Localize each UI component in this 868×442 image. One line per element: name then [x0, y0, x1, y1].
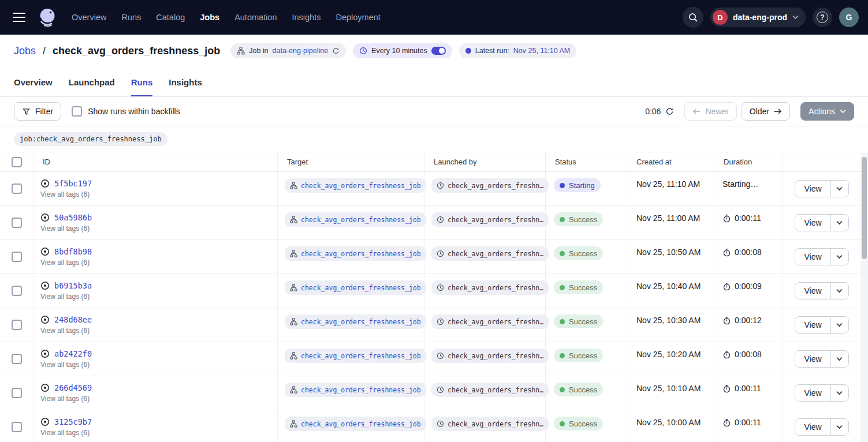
view-dropdown-button[interactable] [830, 215, 848, 231]
show-backfills-checkbox[interactable] [72, 106, 82, 117]
actions-button[interactable]: Actions [800, 102, 854, 121]
tab-runs[interactable]: Runs [131, 77, 153, 96]
nav-item-runs[interactable]: Runs [121, 13, 141, 22]
launched-by-tag[interactable]: check_avg_orders_freshn… [431, 246, 549, 261]
tab-launchpad[interactable]: Launchpad [69, 77, 115, 96]
view-split-button: View [795, 350, 848, 368]
view-button[interactable]: View [795, 215, 830, 231]
launched-by-tag[interactable]: check_avg_orders_freshn… [431, 417, 549, 431]
nav-item-overview[interactable]: Overview [72, 13, 106, 22]
launched-by-tag[interactable]: check_avg_orders_freshn… [431, 178, 549, 193]
tab-insights[interactable]: Insights [169, 77, 202, 96]
code-location-link[interactable]: data-eng-pipeline [273, 47, 329, 55]
reload-location-icon[interactable] [332, 47, 340, 55]
view-all-tags-link[interactable]: View all tags (6) [40, 361, 90, 369]
avatar[interactable]: G [839, 8, 859, 27]
help-button[interactable]: ? [813, 8, 832, 27]
view-button[interactable]: View [795, 181, 830, 197]
nav-item-catalog[interactable]: Catalog [156, 13, 185, 22]
latest-run-link[interactable]: Nov 25, 11:10 AM [513, 47, 570, 55]
run-id-link[interactable]: 8bdf8b98 [54, 247, 92, 256]
filter-button[interactable]: Filter [14, 102, 61, 121]
search-button[interactable] [683, 7, 703, 28]
view-all-tags-link[interactable]: View all tags (6) [40, 190, 90, 198]
target-tag[interactable]: check_avg_orders_freshness_job [285, 314, 426, 329]
view-dropdown-button[interactable] [830, 385, 848, 401]
nav-item-automation[interactable]: Automation [234, 13, 277, 22]
row-checkbox[interactable] [12, 354, 22, 364]
view-all-tags-link[interactable]: View all tags (6) [40, 259, 90, 267]
chevron-down-icon [836, 425, 843, 429]
view-dropdown-button[interactable] [830, 249, 848, 265]
schedule-badge: Every 10 minutes [353, 43, 452, 58]
run-id-link[interactable]: 50a5986b [54, 213, 92, 222]
job-filter-tag[interactable]: job:check_avg_orders_freshness_job [14, 132, 167, 146]
run-id-link[interactable]: b6915b3a [54, 281, 92, 290]
hamburger-menu-icon[interactable] [13, 13, 25, 22]
row-checkbox[interactable] [12, 218, 22, 228]
view-all-tags-link[interactable]: View all tags (6) [40, 395, 90, 403]
target-tag[interactable]: check_avg_orders_freshness_job [285, 178, 426, 193]
status-badge: Success [554, 417, 603, 430]
view-all-tags-link[interactable]: View all tags (6) [40, 224, 90, 233]
older-button[interactable]: Older [742, 102, 790, 121]
row-checkbox[interactable] [12, 320, 22, 330]
target-tag[interactable]: check_avg_orders_freshness_job [285, 383, 426, 397]
view-all-tags-link[interactable]: View all tags (6) [40, 293, 90, 301]
run-id-link[interactable]: ab2422f0 [54, 349, 92, 358]
newer-button[interactable]: Newer [684, 102, 736, 121]
dagster-logo-icon[interactable] [36, 6, 58, 28]
view-button[interactable]: View [795, 283, 830, 299]
run-id-link[interactable]: 3125c9b7 [54, 417, 92, 426]
launched-by-tag[interactable]: check_avg_orders_freshn… [431, 212, 549, 227]
run-id-link[interactable]: 248d68ee [54, 315, 92, 324]
view-button[interactable]: View [795, 419, 830, 435]
target-tag[interactable]: check_avg_orders_freshness_job [285, 417, 426, 431]
stopwatch-icon [722, 350, 731, 359]
run-id-link[interactable]: 5f5bc197 [54, 179, 92, 188]
deployment-switcher[interactable]: D data-eng-prod [710, 8, 806, 27]
row-checkbox[interactable] [12, 286, 22, 296]
target-tag[interactable]: check_avg_orders_freshness_job [285, 212, 426, 227]
row-checkbox[interactable] [12, 183, 22, 194]
tab-overview[interactable]: Overview [14, 77, 53, 96]
nav-item-deployment[interactable]: Deployment [336, 13, 380, 22]
select-all-checkbox[interactable] [12, 157, 22, 167]
view-all-tags-link[interactable]: View all tags (6) [40, 429, 90, 437]
row-checkbox[interactable] [12, 422, 22, 432]
view-dropdown-button[interactable] [830, 419, 848, 435]
view-dropdown-button[interactable] [830, 181, 848, 197]
nav-item-jobs[interactable]: Jobs [200, 13, 219, 22]
view-button[interactable]: View [795, 351, 830, 367]
target-tag[interactable]: check_avg_orders_freshness_job [285, 246, 426, 261]
target-tag[interactable]: check_avg_orders_freshness_job [285, 349, 426, 363]
view-dropdown-button[interactable] [830, 351, 848, 367]
view-button[interactable]: View [795, 249, 830, 265]
view-dropdown-button[interactable] [830, 283, 848, 299]
breadcrumb-jobs-link[interactable]: Jobs [14, 45, 36, 57]
row-checkbox[interactable] [12, 252, 22, 262]
refresh-icon[interactable] [665, 107, 674, 116]
target-tag[interactable]: check_avg_orders_freshness_job [285, 280, 426, 295]
col-header-status: Status [546, 152, 627, 171]
vertical-scrollbar[interactable] [860, 153, 868, 442]
table-row: ab2422f0 View all tags (6) check_avg_ord… [0, 342, 868, 376]
job-in-label: Job in [249, 47, 268, 55]
latest-run-label: Latest run: [475, 47, 509, 55]
launched-by-tag[interactable]: check_avg_orders_freshn… [431, 314, 549, 329]
run-id-link[interactable]: 266d4569 [54, 383, 92, 392]
view-button[interactable]: View [795, 385, 830, 401]
view-button[interactable]: View [795, 317, 830, 333]
nav-item-insights[interactable]: Insights [292, 13, 321, 22]
view-dropdown-button[interactable] [830, 317, 848, 333]
page-header: Jobs / check_avg_orders_freshness_job Jo… [0, 35, 868, 67]
duration-text: 0:00:11 [735, 213, 761, 223]
view-all-tags-link[interactable]: View all tags (6) [40, 327, 90, 335]
schedule-clock-icon [437, 250, 444, 257]
scrollbar-thumb[interactable] [862, 157, 867, 259]
launched-by-tag[interactable]: check_avg_orders_freshn… [431, 383, 549, 397]
launched-by-tag[interactable]: check_avg_orders_freshn… [431, 349, 549, 363]
schedule-toggle[interactable] [431, 47, 446, 55]
launched-by-tag[interactable]: check_avg_orders_freshn… [431, 280, 549, 295]
row-checkbox[interactable] [12, 388, 22, 398]
